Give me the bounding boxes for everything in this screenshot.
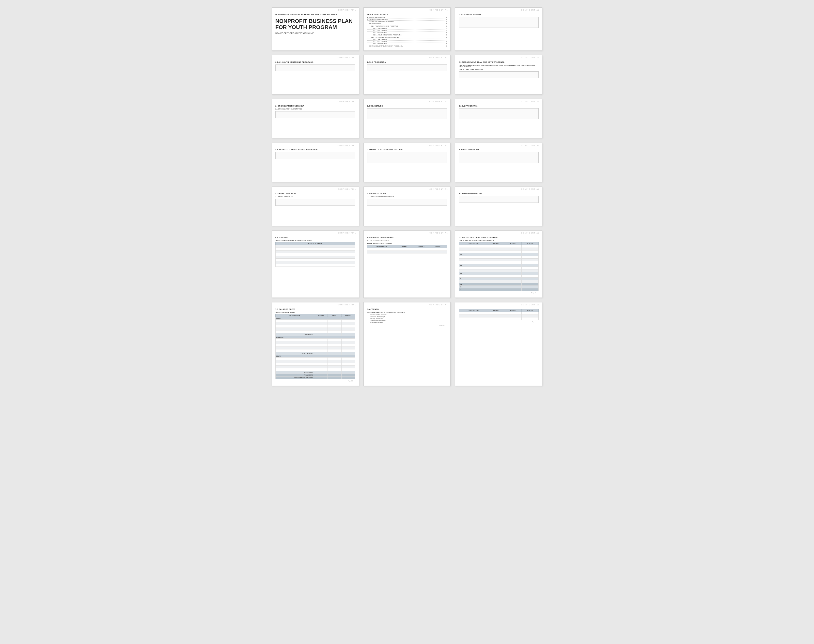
funding-row-6 [276, 259, 355, 261]
confidential-label-12: CONFIDENTIAL [455, 143, 542, 147]
cfp4-col-category: CATEGORY / TYPE [459, 309, 488, 312]
appendix-item-2: Resumes of key people [370, 316, 447, 317]
org-overview-box [275, 111, 355, 118]
bs-equity-header: EQUITY [276, 355, 355, 357]
objectives-box [367, 108, 447, 120]
appendix-item-5: Supporting material [370, 322, 447, 324]
mgmt-team-card: CONFIDENTIAL 2.3 MANAGEMENT TEAM AND KEY… [455, 55, 542, 95]
cf-col-p1: PERIOD 1 [488, 242, 505, 245]
toc-item-2: 2. ORGANIZATION OVERVIEW4 [367, 19, 447, 21]
confidential-label-9: CONFIDENTIAL [455, 99, 542, 103]
balance-sheet-table: CATEGORY / TYPE PERIOD 1 PERIOD 2 PERIOD… [275, 314, 355, 379]
program-a2-box [459, 108, 539, 120]
cash-flow-table-label: TABLE: PROJECTED CASH FLOW STATEMENT [459, 240, 539, 241]
cash-flow-table: CATEGORY / TYPE PERIOD 1 PERIOD 2 PERIOD… [459, 242, 539, 291]
pe-col-p1: PERIOD 1 [396, 245, 413, 248]
funding-heading: 6.4 FUNDING [275, 236, 355, 238]
document-grid: CONFIDENTIAL NONPROFIT BUSINESS PLAN TEM… [272, 8, 542, 386]
balance-sheet-heading: 7.3 BALANCE SHEET [275, 308, 355, 310]
bs-total-liab-equity: TOTAL LIABILITIES AND EQUITY [276, 377, 314, 379]
cash-flow-page4-num: Page 4 [459, 320, 539, 324]
youth-mentoring-box [275, 64, 355, 71]
funding-col-sources: SOURCES OF FUNDING [276, 242, 355, 245]
funding-row-4 [276, 253, 355, 256]
financial-plan-box [367, 199, 447, 206]
bs-total-liabilities: TOTAL LIABILITIES [276, 352, 314, 355]
operations-subheading: 5.1 SHORT-TERM PLAN [275, 196, 355, 197]
toc-list: 1. EXECUTIVE SUMMARY3 2. ORGANIZATION OV… [367, 17, 447, 47]
cover-org-name: NONPROFIT ORGANIZATION NAME [275, 32, 355, 34]
funding-card: CONFIDENTIAL 6.4 FUNDING TABLE: FUNDING … [272, 230, 359, 298]
cf-col-p3: PERIOD 3 [522, 242, 539, 245]
funding-row-5 [276, 256, 355, 259]
pe-col-category: CATEGORY / TYPE [367, 245, 396, 248]
toc-item-10: 2.2.2 FUTURE MENTORING PROGRAMS6 [367, 37, 447, 38]
marketing-plan-card: CONFIDENTIAL 4. MARKETING PLAN [455, 143, 542, 182]
marketing-plan-box [459, 152, 539, 163]
cash-flow-page4-table: CATEGORY / TYPE PERIOD 1 PERIOD 2 PERIOD… [459, 309, 539, 320]
toc-item-4: 2.2 OBJECTIVES5 [367, 23, 447, 25]
objectives-heading: 2.2 OBJECTIVES [367, 105, 447, 107]
appendix-card: CONFIDENTIAL 8. APPENDIX Possible items … [363, 302, 451, 386]
funding-row-3 [276, 250, 355, 253]
objectives-card: CONFIDENTIAL 2.2 OBJECTIVES [363, 99, 451, 138]
marketing-plan-heading: 4. MARKETING PLAN [459, 149, 539, 151]
funding-row-2 [276, 248, 355, 250]
bs-total-equity: TOTAL EQUITY [276, 371, 314, 374]
confidential-label-8: CONFIDENTIAL [364, 99, 451, 103]
confidential-label-17: CONFIDENTIAL [364, 231, 451, 234]
key-goals-box [275, 152, 355, 159]
bs-col-category: CATEGORY / TYPE [276, 314, 314, 317]
financial-statements-heading: 7. FINANCIAL STATEMENTS [367, 236, 447, 238]
bs-total-assets: TOTAL ASSETS [276, 333, 314, 336]
toc-item-8: 2.2.1.3 PROGRAM C6 [367, 32, 447, 34]
market-analysis-card: CONFIDENTIAL 3. MARKET AND INDUSTRY ANAL… [363, 143, 451, 182]
confidential-label-15: CONFIDENTIAL [455, 187, 542, 190]
confidential-label-18: CONFIDENTIAL [455, 231, 542, 234]
confidential-label-20: CONFIDENTIAL [364, 302, 451, 306]
appendix-heading: 8. APPENDIX [367, 308, 447, 310]
org-overview-heading: 2. ORGANIZATION OVERVIEW [275, 105, 355, 107]
mgmt-table-label: TABLE: LEAD TEAM MEMBERS [459, 69, 539, 70]
fundraising-box [459, 196, 539, 203]
confidential-label-11: CONFIDENTIAL [364, 143, 451, 147]
cover-big-title: NONPROFIT BUSINESS PLAN FOR YOUTH PROGRA… [275, 18, 355, 31]
program-a2-heading: 2.2.1.1 PROGRAM A [459, 105, 539, 107]
org-overview-subheading: 2.1 ORGANIZATION BACKGROUND [275, 108, 355, 110]
cfp4-col-p1: PERIOD 1 [488, 309, 505, 312]
confidential-label-5: CONFIDENTIAL [364, 55, 451, 59]
fundraising-heading: 6.3 FUNDRAISING PLAN [459, 192, 539, 195]
cover-page-card: CONFIDENTIAL NONPROFIT BUSINESS PLAN TEM… [272, 8, 359, 51]
operations-box [275, 199, 355, 206]
operations-heading: 5. OPERATIONS PLAN [275, 192, 355, 195]
financial-statements-card: CONFIDENTIAL 7. FINANCIAL STATEMENTS 7.1… [363, 230, 451, 298]
key-goals-heading: 2.4 KEY GOALS AND SUCCESS INDICATORS [275, 149, 355, 151]
exec-summary-content-box [459, 17, 539, 28]
funding-table-label: TABLE: FUNDING SOURCE AND USE OF FUNDS [275, 240, 355, 241]
cfp4-col-p2: PERIOD 2 [505, 309, 522, 312]
projected-expenses-label: TABLE: PROJECTED EXPENSES [367, 243, 447, 244]
bs-liabilities-header: LIABILITIES [276, 336, 355, 339]
appendix-item-1: Detailed market research [370, 314, 447, 316]
cash-flow-page4-card: CONFIDENTIAL CATEGORY / TYPE PERIOD 1 PE… [455, 302, 542, 386]
funding-row-1 [276, 245, 355, 248]
toc-item-12: 2.2.2.2 PROGRAM B6 [367, 41, 447, 43]
bs-col-p3: PERIOD 3 [341, 314, 355, 317]
appendix-item-4: Professional references [370, 320, 447, 321]
cf-col-category: CATEGORY / TYPE [459, 242, 488, 245]
cash-flow-page-num: Page 18 [459, 291, 539, 294]
exec-summary-heading: 1. EXECUTIVE SUMMARY [459, 13, 539, 15]
program-a-card: CONFIDENTIAL 2.2.2.1 PROGRAM A [363, 55, 451, 95]
confidential-label-10: CONFIDENTIAL [272, 143, 359, 147]
bs-total-assets2: TOTAL ASSETS [276, 374, 314, 377]
bs-col-p2: PERIOD 2 [328, 314, 342, 317]
confidential-label-3: CONFIDENTIAL [455, 8, 542, 11]
confidential-label-16: CONFIDENTIAL [272, 231, 359, 234]
program-a-box [367, 64, 447, 71]
toc-item-1: 1. EXECUTIVE SUMMARY3 [367, 17, 447, 18]
operations-plan-card: CONFIDENTIAL 5. OPERATIONS PLAN 5.1 SHOR… [272, 187, 359, 226]
toc-item-14: 2.3 MANAGEMENT TEAM AND KEY PERSONNEL6 [367, 45, 447, 47]
mgmt-desc: The table below shows the organization's… [459, 64, 539, 67]
market-analysis-box [367, 152, 447, 163]
projected-expenses-table: CATEGORY / TYPE PERIOD 1 PERIOD 2 PERIOD… [367, 245, 447, 253]
